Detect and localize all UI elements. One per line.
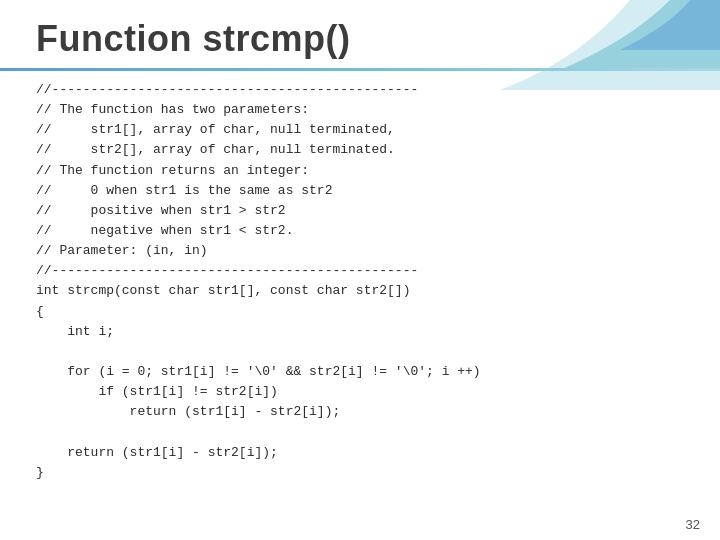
code-line: for (i = 0; str1[i] != '\0' && str2[i] !… [36,362,684,382]
slide-container: Function strcmp() //--------------------… [0,0,720,540]
code-line: // Parameter: (in, in) [36,241,684,261]
code-line: // The function returns an integer: [36,161,684,181]
code-line: //--------------------------------------… [36,261,684,281]
code-line: // str1[], array of char, null terminate… [36,120,684,140]
top-decoration [380,0,720,90]
code-line: //--------------------------------------… [36,80,684,100]
page-number: 32 [686,517,700,532]
code-line: } [36,463,684,483]
code-line [36,422,684,442]
code-line: // str2[], array of char, null terminate… [36,140,684,160]
code-line: { [36,302,684,322]
code-line: // The function has two parameters: [36,100,684,120]
code-line: // positive when str1 > str2 [36,201,684,221]
code-line [36,342,684,362]
code-line: if (str1[i] != str2[i]) [36,382,684,402]
code-area: //--------------------------------------… [36,80,684,504]
code-line: return (str1[i] - str2[i]); [36,402,684,422]
slide-title: Function strcmp() [36,18,350,60]
code-line: int i; [36,322,684,342]
code-line: // 0 when str1 is the same as str2 [36,181,684,201]
title-underline [0,68,720,71]
code-line: return (str1[i] - str2[i]); [36,443,684,463]
code-line: // negative when str1 < str2. [36,221,684,241]
code-line: int strcmp(const char str1[], const char… [36,281,684,301]
